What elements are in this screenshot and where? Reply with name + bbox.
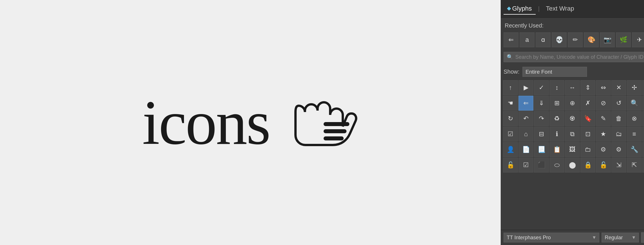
glyph-row: ↻↶↷♻♼🔖✎🗑⊗✔ [503,111,644,126]
glyph-cell[interactable]: 👤 [503,142,518,157]
glyph-cell[interactable]: 📄 [518,142,533,157]
glyph-row: 👤📄📃📋🖼🗀⚙⚙🔧🔒 [503,142,644,157]
glyph-cell[interactable]: 🗀 [580,142,595,157]
glyph-cell[interactable]: ↩ [642,80,644,95]
glyph-cell[interactable]: ↻ [503,111,518,126]
recently-used-glyph[interactable]: ⇐ [504,32,518,47]
glyph-cell[interactable]: ★ [596,127,611,142]
show-label: Show: [504,68,520,75]
show-dropdown[interactable]: Entire FontBasic LatinLatin-1 Supplement… [522,67,587,77]
style-dropdown[interactable]: ThinExtraLightLightRegularMediumDemiBold… [602,233,639,242]
glyph-cell[interactable]: ⏏ [642,127,644,142]
glyph-cell[interactable]: 🖼 [565,142,580,157]
tab-glyphs-label: Glyphs [512,5,532,12]
recently-used-glyph[interactable]: 💀 [552,32,567,47]
show-dropdown-wrapper: Entire FontBasic LatinLatin-1 Supplement… [522,67,644,77]
svg-rect-1 [324,129,347,133]
glyph-cell[interactable]: 🗑 [611,111,626,126]
glyph-cell[interactable]: ⇱ [627,158,642,173]
glyph-cell[interactable]: ⬤ [565,158,580,173]
glyph-cell[interactable]: ✗ [580,96,595,111]
glyph-grid-container[interactable]: ↑▶✓↕↔⇕⇔✕✢↩☚⇐⇓⊞⊕✗⊘↺🔍✂↻↶↷♻♼🔖✎🗑⊗✔☑⌂⊟ℹ⧉⊡★🗂≡⏏… [501,79,644,230]
glyph-cell[interactable]: ☑ [518,158,533,173]
glyph-cell[interactable]: ✎ [596,111,611,126]
recently-used-glyph[interactable]: ɑ [536,32,551,47]
glyph-row: ↑▶✓↕↔⇕⇔✕✢↩ [503,80,644,95]
glyph-cell[interactable]: ⌂ [518,127,533,142]
glyph-cell[interactable]: ♼ [565,111,580,126]
hand-pointing-icon [278,89,359,156]
glyph-cell[interactable]: 📋 [549,142,564,157]
glyph-cell[interactable]: 🔓 [503,158,518,173]
canvas-area: icons [0,0,501,245]
glyph-cell[interactable]: ✓ [534,80,549,95]
search-input[interactable] [515,54,644,60]
glyph-cell[interactable]: ℹ [549,127,564,142]
glyph-cell[interactable]: ↔ [565,80,580,95]
glyph-cell[interactable]: ⊞ [549,96,564,111]
glyph-cell[interactable]: ⊟ [534,127,549,142]
glyph-cell[interactable]: 🔧 [627,142,642,157]
glyph-cell[interactable]: ↕ [549,80,564,95]
glyph-cell[interactable]: ☚ [503,96,518,111]
glyph-cell[interactable]: ⬭ [549,158,564,173]
recently-used-glyph[interactable]: 🌿 [616,32,631,47]
glyph-cell[interactable]: 🔍 [627,96,642,111]
recently-used-glyph[interactable]: a [520,32,535,47]
glyph-cell[interactable]: ↑ [503,80,518,95]
panel-tabs: Glyphs | Text Wrap » ≡ [501,0,644,18]
tab-text-wrap-label: Text Wrap [546,5,574,12]
tab-text-wrap[interactable]: Text Wrap [542,3,578,15]
glyph-cell[interactable]: ↺ [611,96,626,111]
recently-used-glyph[interactable]: 🎨 [584,32,599,47]
glyph-cell[interactable]: 🔒 [580,158,595,173]
glyph-cell[interactable]: ≡ [627,127,642,142]
search-bar: 🔍 [504,52,644,62]
glyph-row: ☚⇐⇓⊞⊕✗⊘↺🔍✂ [503,96,644,111]
glyph-cell[interactable]: 🔎 [642,158,644,173]
glyph-cell[interactable]: ✂ [642,96,644,111]
glyph-cell[interactable]: ✔ [642,111,644,126]
glyph-cell[interactable]: ♻ [549,111,564,126]
recently-used-row: ⇐aɑ💀✏🎨📷🌿✈🌸 [501,31,644,48]
recently-used-label: Recently Used: [501,19,644,31]
glyph-row: 🔓☑⬛⬭⬤🔒🔓⇲⇱🔎 [503,158,644,173]
svg-rect-0 [324,122,349,126]
tab-diamond-icon [507,6,511,10]
glyph-cell[interactable]: 🗂 [611,127,626,142]
glyph-cell[interactable]: ✢ [627,80,642,95]
glyph-cell[interactable]: ⇔ [596,80,611,95]
glyph-cell[interactable]: ⇕ [580,80,595,95]
glyph-cell[interactable]: ⊕ [565,96,580,111]
glyph-cell[interactable]: ⇐ [518,96,533,111]
svg-rect-2 [324,136,344,140]
canvas-content: icons [142,89,358,156]
glyph-cell[interactable]: ⊡ [580,127,595,142]
recently-used-glyph[interactable]: 📷 [600,32,615,47]
glyph-cell[interactable]: ⊗ [627,111,642,126]
glyph-cell[interactable]: ⇲ [611,158,626,173]
tab-glyphs[interactable]: Glyphs [504,3,536,15]
font-dropdown[interactable]: TT Interphases Pro [504,233,599,242]
glyph-cell[interactable]: ⇓ [534,96,549,111]
glyph-cell[interactable]: ⊘ [596,96,611,111]
font-nav-buttons: ▲ ▼ [641,232,644,243]
glyph-cell[interactable]: ⧉ [565,127,580,142]
glyph-cell[interactable]: ⚙ [596,142,611,157]
glyph-cell[interactable]: ↷ [534,111,549,126]
glyph-cell[interactable]: ↶ [518,111,533,126]
recently-used-glyph[interactable]: ✈ [632,32,644,47]
search-icon: 🔍 [507,54,513,60]
glyph-cell[interactable]: ☑ [503,127,518,142]
glyph-cell[interactable]: 🔒 [642,142,644,157]
recently-used-glyph[interactable]: ✏ [568,32,583,47]
glyph-cell[interactable]: ⬛ [534,158,549,173]
glyph-cell[interactable]: 🔖 [580,111,595,126]
glyph-cell[interactable]: 📃 [534,142,549,157]
glyphs-panel: Glyphs | Text Wrap » ≡ Recently Used: ⇐a… [501,0,644,245]
glyph-cell[interactable]: ✕ [611,80,626,95]
glyph-cell[interactable]: ▶ [518,80,533,95]
font-prev-button[interactable]: ▲ [641,232,644,243]
glyph-cell[interactable]: ⚙ [611,142,626,157]
glyph-cell[interactable]: 🔓 [596,158,611,173]
